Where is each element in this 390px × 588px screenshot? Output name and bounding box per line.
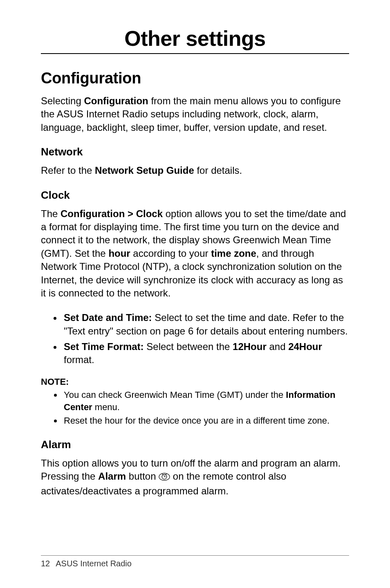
bold-text: hour — [108, 248, 130, 259]
text-fragment: for details. — [194, 165, 242, 176]
text-fragment: You can check Greenwich Mean Time (GMT) … — [64, 390, 286, 400]
text-fragment: and — [267, 341, 288, 352]
bold-text: Set Time Format: — [64, 341, 144, 352]
list-item: Set Time Format: Select between the 12Ho… — [62, 340, 349, 367]
alarm-clock-icon — [159, 471, 170, 485]
section-intro: Selecting Configuration from the main me… — [41, 94, 349, 134]
svg-line-5 — [166, 474, 167, 475]
clock-heading: Clock — [41, 189, 349, 202]
alarm-paragraph: This option allows you to turn on/off th… — [41, 457, 349, 498]
clock-paragraph: The Configuration > Clock option allows … — [41, 207, 349, 300]
chapter-title: Other settings — [41, 26, 349, 51]
bold-text: Configuration > Clock — [61, 208, 163, 219]
page-number: 12 — [41, 559, 50, 568]
svg-line-4 — [162, 474, 164, 475]
text-fragment: menu. — [92, 402, 120, 412]
product-name: ASUS Internet Radio — [56, 559, 132, 568]
network-heading: Network — [41, 146, 349, 158]
network-text: Refer to the Network Setup Guide for det… — [41, 164, 349, 177]
text-fragment: Reset the hour for the device once you a… — [64, 415, 329, 426]
page: Other settings Configuration Selecting C… — [0, 0, 390, 588]
bold-text: Configuration — [84, 95, 148, 106]
list-item: You can check Greenwich Mean Time (GMT) … — [62, 389, 349, 413]
list-item: Set Date and Time: Select to set the tim… — [62, 311, 349, 338]
bold-text: time zone — [211, 248, 256, 259]
clock-bullet-list: Set Date and Time: Select to set the tim… — [41, 311, 349, 367]
text-fragment: Refer to the — [41, 165, 95, 176]
chapter-rule — [41, 53, 349, 54]
bold-text: 12Hour — [233, 341, 267, 352]
section-title: Configuration — [41, 70, 349, 87]
bold-text: Network Setup Guide — [95, 165, 194, 176]
text-fragment: Select between the — [144, 341, 233, 352]
bold-text: Alarm — [98, 471, 126, 482]
note-bullet-list: You can check Greenwich Mean Time (GMT) … — [41, 389, 349, 427]
page-footer: 12ASUS Internet Radio — [41, 555, 349, 568]
text-fragment: according to your — [130, 248, 211, 259]
bold-text: 24Hour — [288, 341, 322, 352]
note-label: NOTE: — [41, 377, 349, 387]
text-fragment: Selecting — [41, 95, 84, 106]
text-fragment: format. — [64, 354, 94, 365]
list-item: Reset the hour for the device once you a… — [62, 415, 349, 427]
alarm-heading: Alarm — [41, 438, 349, 451]
bold-text: Set Date and Time: — [64, 312, 152, 323]
text-fragment: button — [126, 471, 159, 482]
text-fragment: The — [41, 208, 61, 219]
